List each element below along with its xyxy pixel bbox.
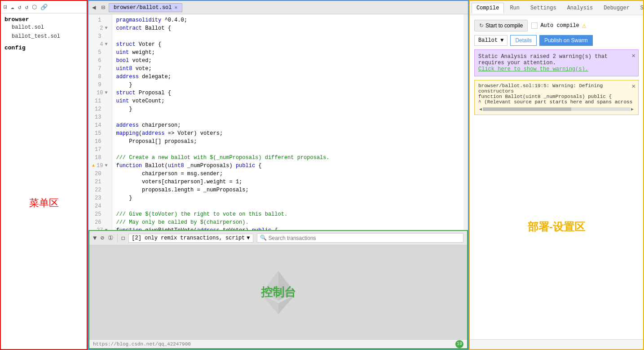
editor-area: ◀ ⊟ browser/ballot.sol ✕ 12▼34▼5678910▼1… (88, 1, 468, 230)
error-line2: function Ballot(uint8 _numProposals) pub… (478, 94, 635, 99)
line-number-2: 2▼ (92, 24, 108, 32)
collapse-btn-2[interactable]: ▼ (105, 24, 107, 32)
auto-compile-label: Auto compile (540, 22, 579, 29)
sidebar-file-ballot[interactable]: ballot.sol (4, 23, 83, 32)
line-number-10: 10▼ (92, 89, 108, 97)
collapse-btn-4[interactable]: ▼ (105, 40, 107, 49)
tab-debugger[interactable]: Debugger (599, 3, 635, 13)
console-filter-select[interactable]: [2] only remix transactions, script ▼ (128, 234, 253, 243)
link-icon[interactable]: 🔗 (40, 4, 48, 11)
warning-text: Static Analysis raised 2 warning(s) that… (478, 53, 635, 66)
hexagon-icon[interactable]: ⬡ (32, 4, 37, 11)
start-compile-button[interactable]: ↻ Start to compile (474, 20, 528, 31)
refresh-compile-icon: ↻ (479, 22, 484, 29)
error-line3: ^ (Relevant source part starts here and … (478, 99, 635, 105)
code-line-11: uint voteCount; (116, 97, 460, 105)
error-scroll: ◀ ▶ (478, 106, 635, 112)
editor-nav-back[interactable]: ◀ (90, 4, 97, 11)
code-line-7: uint8 vote; (116, 65, 460, 73)
console-search-icon: 🔍 (260, 235, 267, 241)
console-down-icon[interactable]: ▼ (93, 235, 97, 242)
console-area: ▼ ⊘ ① ◻ [2] only remix transactions, scr… (88, 230, 468, 349)
line-number-27: 27▼ (92, 226, 108, 230)
scroll-left-arrow[interactable]: ◀ (478, 106, 483, 112)
warning-box-close[interactable]: ✕ (632, 52, 635, 59)
line-number-24: 24 (92, 202, 108, 210)
compile-row: ↻ Start to compile Auto compile ⚠ (474, 20, 639, 31)
console-bottom-text: https://blog.csdn.net/qq_42247900 (93, 341, 191, 347)
code-line-19: function Ballot(uint8 _numProposals) pub… (116, 162, 460, 170)
tab-analysis[interactable]: Analysis (562, 3, 598, 13)
line-number-15: 15 (92, 129, 108, 137)
tab-settings[interactable]: Settings (525, 3, 561, 13)
scroll-right-arrow[interactable]: ▶ (630, 106, 635, 112)
code-line-9: } (116, 81, 460, 89)
collapse-btn-27[interactable]: ▼ (105, 226, 107, 230)
sidebar-icon-bar: ⊡ ☁ ↺ ↺ ⬡ 🔗 (1, 1, 87, 13)
code-content[interactable]: pragma solidity ^0.4.0;contract Ballot {… (112, 14, 463, 230)
code-line-15: mapping(address => Voter) voters; (116, 129, 460, 137)
code-line-26: /// May only be called by $(chairperson)… (116, 218, 460, 226)
console-clear-icon[interactable]: ⊘ (100, 234, 104, 242)
contract-select[interactable]: Ballot ▼ (474, 35, 507, 46)
error-scrollbar-thumb (483, 107, 571, 111)
line-numbers: 12▼34▼5678910▼1112131415161718▲19▼202122… (88, 14, 112, 230)
warning-box: ✕ Static Analysis raised 2 warning(s) th… (474, 49, 639, 76)
tab-run[interactable]: Run (505, 3, 525, 13)
line-number-16: 16 (92, 137, 108, 146)
editor-split-btn[interactable]: ⊟ (99, 4, 106, 11)
auto-compile-checkbox[interactable] (531, 22, 538, 29)
console-bottom-bar: https://blog.csdn.net/qq_42247900 19 (89, 339, 467, 348)
sidebar: ⊡ ☁ ↺ ↺ ⬡ 🔗 browser ballot.sol ballot_te… (0, 0, 88, 350)
tab-support[interactable]: Support (635, 3, 644, 13)
cloud-icon[interactable]: ☁ (11, 4, 14, 11)
sidebar-file-ballot-test[interactable]: ballot_test.sol (4, 32, 83, 41)
code-line-20: chairperson = msg.sender; (116, 170, 460, 178)
details-button[interactable]: Details (510, 35, 537, 46)
code-line-6: bool voted; (116, 57, 460, 65)
line-number-19: ▲19▼ (92, 162, 108, 170)
right-cn-label: 部署-设置区 (474, 119, 639, 335)
error-box-close[interactable]: ✕ (632, 82, 635, 90)
code-line-25: /// Give $(toVoter) the right to vote on… (116, 210, 460, 218)
console-search-input[interactable] (269, 235, 460, 241)
sidebar-browser-label[interactable]: browser (4, 16, 83, 23)
line-number-4: 4▼ (92, 40, 108, 49)
code-line-14: address chairperson; (116, 121, 460, 129)
console-body: 控制台 (89, 245, 467, 339)
sidebar-config-label[interactable]: config (4, 44, 83, 51)
line-number-11: 11 (92, 97, 108, 105)
console-badge: 19 (455, 340, 463, 348)
warning-link[interactable]: Click here to show the warning(s). (478, 66, 635, 72)
start-compile-label: Start to compile (485, 22, 523, 29)
contract-row: Ballot ▼ Details Publish on Swarm (474, 35, 639, 46)
editor-tab-close[interactable]: ✕ (175, 4, 178, 10)
editor-tab-ballot[interactable]: browser/ballot.sol ✕ (109, 3, 182, 12)
line-number-3: 3 (92, 32, 108, 40)
code-line-3 (116, 32, 460, 40)
line-number-17: 17 (92, 146, 108, 154)
tab-compile[interactable]: Compile (472, 3, 504, 13)
code-line-13 (116, 113, 460, 121)
code-line-4: struct Voter { (116, 40, 460, 49)
publish-on-swarm-button[interactable]: Publish on Swarm (539, 35, 593, 46)
error-scrollbar[interactable] (483, 107, 630, 111)
sidebar-tree: browser ballot.sol ballot_test.sol confi… (1, 13, 87, 349)
console-divider (117, 234, 118, 242)
undo-icon[interactable]: ↺ (25, 4, 28, 11)
refresh-icon[interactable]: ↺ (18, 4, 22, 11)
folder-icon[interactable]: ⊡ (4, 4, 7, 11)
line-number-14: 14 (92, 121, 108, 129)
code-line-5: uint weight; (116, 49, 460, 57)
right-tab-bar: Compile Run Settings Analysis Debugger S… (470, 1, 643, 15)
collapse-btn-10[interactable]: ▼ (105, 89, 107, 97)
console-stop-icon[interactable]: ◻ (121, 234, 125, 242)
console-search-box: 🔍 (257, 233, 463, 243)
contract-arrow-icon: ▼ (500, 37, 503, 44)
line-number-6: 6 (92, 57, 108, 65)
editor-scrollbar[interactable] (463, 14, 468, 230)
collapse-btn-19[interactable]: ▼ (105, 162, 107, 170)
line-number-8: 8 (92, 73, 108, 81)
line-number-13: 13 (92, 113, 108, 121)
console-info-icon[interactable]: ① (108, 234, 114, 242)
